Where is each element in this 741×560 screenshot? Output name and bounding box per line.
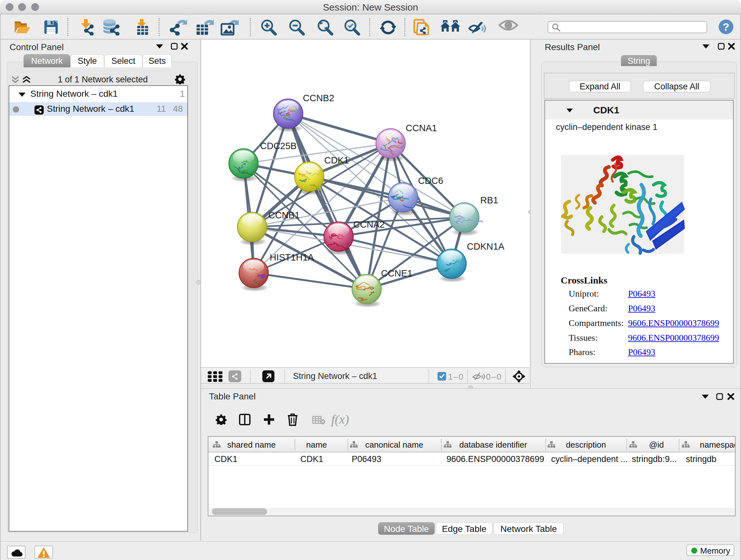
svg-text:CCNA2: CCNA2 (353, 219, 385, 230)
svg-text:RB1: RB1 (480, 195, 498, 205)
svg-text:CCNB1: CCNB1 (268, 210, 300, 220)
svg-text:CCNE1: CCNE1 (381, 268, 412, 278)
svg-text:CDK1: CDK1 (324, 155, 349, 165)
svg-text:CDKN1A: CDKN1A (467, 241, 504, 252)
svg-text:CDC6: CDC6 (418, 176, 443, 186)
svg-text:CCNB2: CCNB2 (303, 93, 334, 103)
svg-text:CDC25B: CDC25B (260, 141, 296, 151)
svg-text:HIST1H1A: HIST1H1A (270, 252, 314, 262)
svg-text:CCNA1: CCNA1 (406, 123, 437, 133)
